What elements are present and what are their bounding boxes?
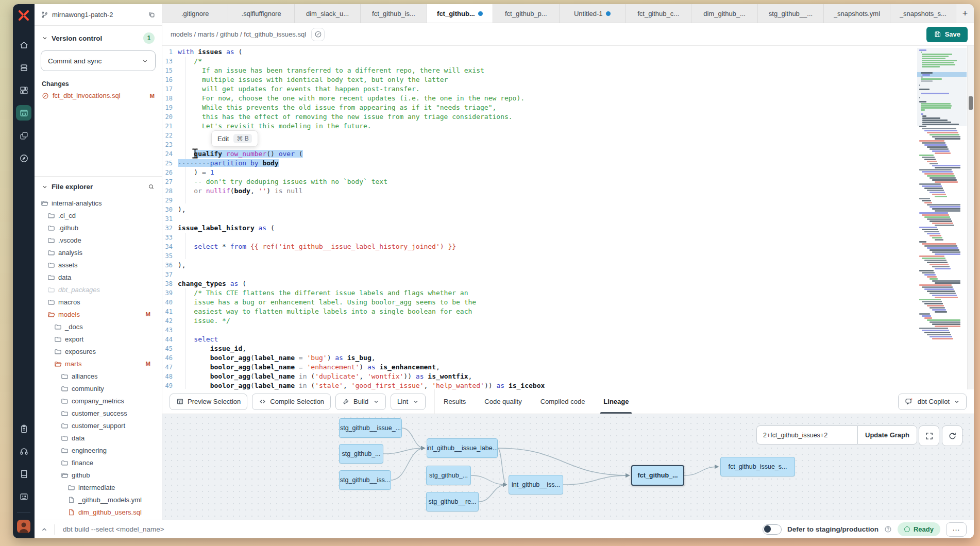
explore-compass-icon[interactable] [16, 150, 31, 166]
tree-item-community[interactable]: community [35, 382, 162, 395]
lineage-node-stg_github__issue_...[interactable]: stg_github__issue_... [339, 418, 402, 438]
code-line-36[interactable]: 36), [162, 261, 974, 270]
headset-support-icon[interactable] [16, 443, 31, 459]
tree-item-export[interactable]: export [35, 333, 162, 345]
code-line-21[interactable]: 21 Let's revisit this modeling in the fu… [162, 122, 974, 131]
collapse-panel-button[interactable] [35, 520, 54, 538]
file-explorer-header[interactable]: File explorer [35, 177, 162, 195]
code-line-47[interactable]: 47 boolor_agg(label_name = 'enhancement'… [162, 363, 974, 372]
code-line-44[interactable]: 44 select [162, 335, 974, 344]
lineage-node-stg_github_...[interactable]: stg_github_... [426, 466, 471, 485]
lineage-node-fct_github_issue_s...[interactable]: fct_github_issue_s... [720, 457, 795, 476]
tree-item-finance[interactable]: finance [35, 456, 162, 469]
search-icon[interactable] [148, 183, 155, 190]
tab-_snapshots.yml[interactable]: _snapshots.yml [824, 4, 890, 23]
tree-item-dbt_packages[interactable]: dbt_packages [35, 283, 162, 296]
file-info-icon[interactable] [311, 28, 325, 41]
changed-file-row[interactable]: fct_dbt_invocations.sql M [35, 90, 162, 101]
tree-item-engineering[interactable]: engineering [35, 444, 162, 456]
code-line-13[interactable]: 13 /* [162, 57, 974, 66]
edit-action-label[interactable]: Edit [217, 135, 229, 143]
code-line-32[interactable]: 32issue_label_history as ( [162, 224, 974, 233]
preview-selection-button[interactable]: Preview Selection [170, 394, 247, 410]
tab-fct_github_c...[interactable]: fct_github_c... [626, 4, 691, 23]
panel-tab-results[interactable]: Results [444, 389, 466, 414]
code-line-18[interactable]: 18 For now, choose the one with more rec… [162, 94, 974, 103]
editor-scrollbar[interactable] [967, 46, 974, 389]
dashboard-grid-icon[interactable] [16, 82, 31, 98]
build-button[interactable]: Build [335, 394, 386, 410]
tab-.gitignore[interactable]: .gitignore [162, 4, 228, 23]
help-icon[interactable] [884, 525, 892, 533]
code-line-31[interactable]: 31 [162, 214, 974, 224]
edit-tooltip[interactable]: Edit ⌘ B [211, 130, 258, 147]
code-line-29[interactable]: 29 [162, 196, 974, 205]
compile-selection-button[interactable]: Compile Selection [252, 394, 331, 410]
scrollbar-thumb[interactable] [969, 96, 973, 110]
lineage-node-int_github__iss...[interactable]: int_github__iss... [509, 475, 563, 494]
lineage-node-stg_github__iss...[interactable]: stg_github__iss... [339, 470, 391, 490]
lint-button[interactable]: Lint [391, 394, 426, 410]
tree-item-intermediate[interactable]: intermediate [35, 481, 162, 493]
more-options-button[interactable]: … [946, 522, 967, 537]
compare-windows-icon[interactable] [16, 128, 31, 143]
code-line-30[interactable]: 30), [162, 205, 974, 214]
status-ready-badge[interactable]: Ready [898, 522, 940, 536]
code-line-17[interactable]: 17 will get updates for events that happ… [162, 84, 974, 94]
code-line-34[interactable]: 34 select * from {{ ref('int_github__iss… [162, 242, 974, 251]
code-line-45[interactable]: 45 issue_id, [162, 344, 974, 353]
tree-item-data[interactable]: data [35, 432, 162, 444]
lineage-selector-input[interactable] [756, 425, 857, 445]
code-line-41[interactable]: 41 easiest way to flatten multiple label… [162, 307, 974, 316]
dbt-copilot-button[interactable]: dbt Copilot [898, 394, 967, 410]
code-line-15[interactable]: 15 If an issue has been transferred to a… [162, 66, 974, 75]
lineage-node-fct_github_...[interactable]: fct_github_... [631, 465, 684, 486]
code-line-37[interactable]: 37 [162, 270, 974, 279]
tree-item-models[interactable]: modelsM [35, 308, 162, 320]
tree-item-github[interactable]: github [35, 469, 162, 481]
tree-item-.vscode[interactable]: .vscode [35, 234, 162, 246]
tree-item-analysis[interactable]: analysis [35, 246, 162, 259]
tree-item-assets[interactable]: assets [35, 259, 162, 271]
defer-toggle[interactable] [763, 524, 782, 535]
tree-item-marts[interactable]: martsM [35, 357, 162, 370]
panel-tab-compiled-code[interactable]: Compiled code [540, 389, 585, 414]
tab-fct_github_p...[interactable]: fct_github_p... [493, 4, 559, 23]
code-line-1[interactable]: 1with issues as ( [162, 47, 974, 57]
tree-item-exposures[interactable]: exposures [35, 345, 162, 357]
user-avatar[interactable] [17, 520, 30, 533]
code-line-25[interactable]: 25········partition by body [162, 159, 974, 168]
tree-item-macros[interactable]: macros [35, 296, 162, 308]
code-line-23[interactable]: 23 [162, 140, 974, 149]
fullscreen-button[interactable] [919, 425, 939, 446]
dbt-logo[interactable] [17, 9, 30, 22]
tab-dim_github_...[interactable]: dim_github_... [691, 4, 757, 23]
refresh-button[interactable] [942, 425, 962, 446]
branch-header[interactable]: mirnawong1-patch-2 [35, 4, 162, 26]
code-line-24[interactable]: 24 qualify row_number() over ( [162, 149, 974, 159]
code-line-20[interactable]: 20 this has the effect of removing the n… [162, 112, 974, 122]
tab-fct_github...[interactable]: fct_github... [427, 4, 493, 23]
new-tab-button[interactable]: + [956, 4, 974, 23]
tree-item-customer_success[interactable]: customer_success [35, 407, 162, 419]
tab-stg_github__...[interactable]: stg_github__... [758, 4, 824, 23]
tree-item-.ci_cd[interactable]: .ci_cd [35, 209, 162, 221]
code-line-43[interactable]: 43 [162, 326, 974, 335]
copy-icon[interactable] [148, 11, 156, 19]
tab-.sqlfluffignore[interactable]: .sqlfluffignore [228, 4, 294, 23]
save-button[interactable]: Save [926, 27, 968, 42]
lineage-node-int_github__issue_labe...[interactable]: int_github__issue_labe... [427, 438, 498, 458]
tree-item-.github[interactable]: .github [35, 221, 162, 234]
code-line-39[interactable]: 39 /* This CTE flattens the different is… [162, 288, 974, 298]
code-line-42[interactable]: 42 issue. */ [162, 316, 974, 326]
code-editor-icon[interactable] [16, 105, 31, 121]
tree-item-customer_support[interactable]: customer_support [35, 419, 162, 432]
code-line-27[interactable]: 27 -- don't try deduping issues with no … [162, 177, 974, 186]
update-graph-button[interactable]: Update Graph [857, 425, 917, 445]
home-icon[interactable] [16, 37, 31, 53]
code-line-33[interactable]: 33 [162, 233, 974, 242]
tree-item-_docs[interactable]: _docs [35, 320, 162, 333]
commit-and-sync-button[interactable]: Commit and sync [41, 50, 156, 71]
keyboard-icon[interactable] [16, 489, 31, 504]
panel-tab-code-quality[interactable]: Code quality [484, 389, 521, 414]
